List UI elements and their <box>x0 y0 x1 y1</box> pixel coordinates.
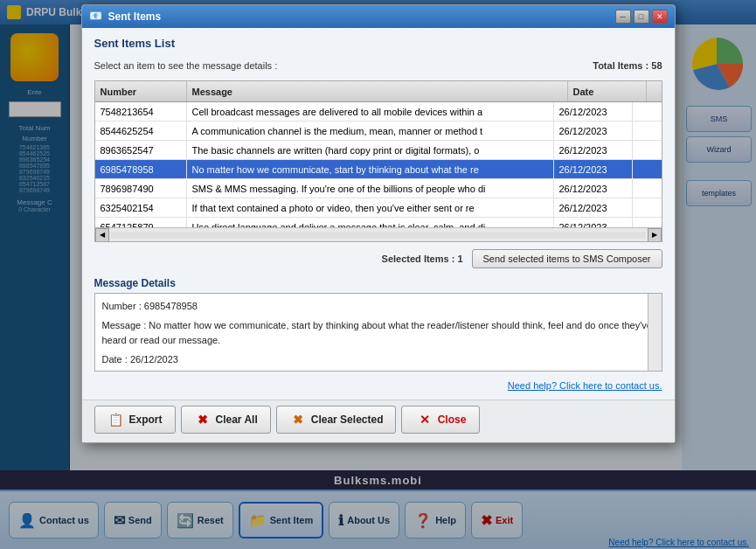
action-buttons-row: 📋 Export ✖ Clear All ✖ Clear Selected ✕ … <box>82 400 675 442</box>
scroll-left-arrow[interactable]: ◀ <box>95 228 109 242</box>
modal-title-icon: 📧 <box>89 10 103 24</box>
modal-body: Sent Items List Select an item to see th… <box>82 28 675 400</box>
detail-message-value: No matter how we communicate, start by t… <box>102 320 652 346</box>
instruction-row: Select an item to see the message detail… <box>94 60 662 71</box>
clear-selected-icon: ✖ <box>289 411 307 428</box>
select-instruction: Select an item to see the message detail… <box>94 60 278 71</box>
table-row[interactable]: 7896987490SMS & MMS messaging. If you're… <box>95 179 662 198</box>
scroll-right-arrow[interactable]: ▶ <box>648 228 662 242</box>
detail-message-row: Message : No matter how we communicate, … <box>102 318 655 349</box>
modal-overlay: 📧 Sent Items ─ □ ✕ Sent Items List Selec… <box>0 0 756 549</box>
detail-date-label: Date : <box>102 354 130 365</box>
table-row[interactable]: 7548213654Cell broadcast messages are de… <box>95 102 662 122</box>
td-message-4: SMS & MMS messaging. If you're one of th… <box>187 179 554 198</box>
details-scrollbar[interactable] <box>648 294 662 371</box>
clear-selected-label: Clear Selected <box>311 413 384 426</box>
td-date-0: 26/12/2023 <box>554 102 633 121</box>
detail-number-row: Number : 6985478958 <box>102 299 655 315</box>
selected-items-row: Selected Items : 1 Send selected items t… <box>94 249 662 268</box>
detail-message-label: Message : <box>102 320 149 330</box>
td-number-5: 6325402154 <box>95 198 187 217</box>
td-date-2: 26/12/2023 <box>554 141 633 159</box>
td-date-4: 26/12/2023 <box>554 179 633 198</box>
message-details-title: Message Details <box>94 277 662 289</box>
help-link[interactable]: Need help? Click here to contact us. <box>94 380 662 391</box>
modal-title-left: 📧 Sent Items <box>89 10 162 24</box>
td-message-1: A communication channel is the medium, m… <box>187 122 554 140</box>
modal-title-controls: ─ □ ✕ <box>615 10 668 24</box>
td-date-6: 26/12/2023 <box>554 218 633 227</box>
th-date: Date <box>568 81 647 101</box>
message-details-box: Number : 6985478958 Message : No matter … <box>94 293 662 372</box>
sent-items-table: Number Message Date 7548213654Cell broad… <box>94 80 662 242</box>
td-number-1: 8544625254 <box>95 122 187 140</box>
clear-all-label: Clear All <box>216 413 258 426</box>
message-details-section: Message Details Number : 6985478958 Mess… <box>94 277 662 372</box>
export-icon: 📋 <box>108 411 125 428</box>
minimize-button[interactable]: ─ <box>615 10 631 24</box>
export-button[interactable]: 📋 Export <box>94 406 176 434</box>
th-message: Message <box>187 81 568 101</box>
td-message-3: No matter how we communicate, start by t… <box>187 160 554 178</box>
modal-close-x-button[interactable]: ✕ <box>652 10 668 24</box>
clear-all-button[interactable]: ✖ Clear All <box>181 406 271 434</box>
table-hscroll[interactable]: ◀ ▶ <box>95 227 662 241</box>
detail-date-row: Date : 26/12/2023 <box>102 352 655 368</box>
table-header: Number Message Date <box>95 81 662 102</box>
modal-title-bar: 📧 Sent Items ─ □ ✕ <box>82 5 675 28</box>
td-message-5: If that text contained a photo or video,… <box>187 198 554 217</box>
table-row[interactable]: 6985478958No matter how we communicate, … <box>95 160 662 179</box>
detail-number-value: 6985478958 <box>144 301 198 311</box>
td-message-6: Use direct language and deliver a messag… <box>187 218 554 227</box>
td-number-4: 7896987490 <box>95 179 187 198</box>
detail-date-value: 26/12/2023 <box>130 354 178 365</box>
td-message-0: Cell broadcast messages are delivered to… <box>187 102 554 121</box>
modal-close-icon: ✕ <box>416 411 433 428</box>
table-row[interactable]: 8963652547The basic channels are written… <box>95 141 662 160</box>
table-row[interactable]: 8544625254A communication channel is the… <box>95 122 662 141</box>
td-number-6: 6547125879 <box>95 218 187 227</box>
selected-count: Selected Items : 1 <box>94 254 463 264</box>
modal-title-text: Sent Items <box>108 10 162 23</box>
section-title: Sent Items List <box>94 37 662 50</box>
td-date-3: 26/12/2023 <box>554 160 633 178</box>
sent-items-modal: 📧 Sent Items ─ □ ✕ Sent Items List Selec… <box>81 4 676 443</box>
modal-close-button[interactable]: ✕ Close <box>401 406 480 434</box>
clear-all-icon: ✖ <box>194 411 212 428</box>
detail-number-label: Number : <box>102 301 144 311</box>
td-number-0: 7548213654 <box>95 102 187 121</box>
th-scroll <box>647 81 662 101</box>
table-body[interactable]: 7548213654Cell broadcast messages are de… <box>95 102 662 227</box>
td-number-3: 6985478958 <box>95 160 187 178</box>
export-label: Export <box>129 413 163 426</box>
td-message-2: The basic channels are written (hard cop… <box>187 141 554 159</box>
table-row[interactable]: 6547125879Use direct language and delive… <box>95 218 662 227</box>
send-selected-button[interactable]: Send selected items to SMS Composer <box>472 249 662 268</box>
table-row[interactable]: 6325402154 If that text contained a phot… <box>95 198 662 218</box>
td-number-2: 8963652547 <box>95 141 187 159</box>
clear-selected-button[interactable]: ✖ Clear Selected <box>276 406 397 434</box>
maximize-button[interactable]: □ <box>634 10 649 24</box>
td-date-5: 26/12/2023 <box>554 198 633 217</box>
td-date-1: 26/12/2023 <box>554 122 633 140</box>
modal-close-label: Close <box>438 413 467 426</box>
th-number: Number <box>95 81 187 101</box>
hscroll-track[interactable] <box>111 232 646 239</box>
total-items-label: Total Items : 58 <box>593 60 662 71</box>
